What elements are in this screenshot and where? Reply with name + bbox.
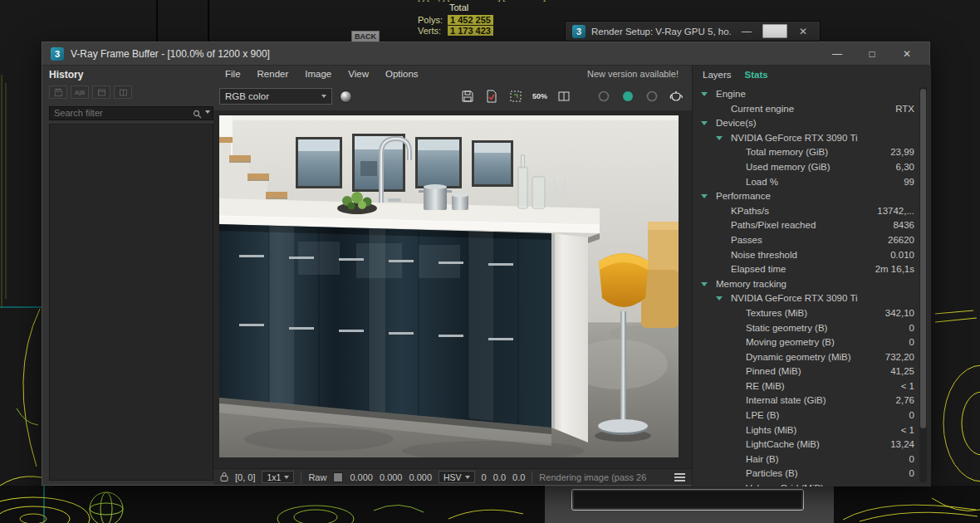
stats-row-label: Used memory (GiB)	[746, 162, 831, 172]
save-history-icon[interactable]	[49, 86, 67, 99]
menu-image[interactable]: Image	[296, 67, 340, 81]
follow-mouse-icon[interactable]	[594, 87, 614, 105]
vfb-titlebar[interactable]: 3 V-Ray Frame Buffer - [100.0% of 1200 x…	[42, 42, 929, 66]
stats-row-value: 0	[909, 321, 914, 336]
stats-scrollbar[interactable]	[919, 87, 927, 482]
set-a-icon[interactable]	[92, 86, 110, 99]
menu-file[interactable]: File	[217, 67, 249, 81]
stats-list-icon[interactable]	[674, 473, 685, 481]
maximize-button[interactable]: □	[858, 45, 886, 63]
vfb-toolbar: RGB color	[213, 82, 692, 110]
search-icon[interactable]	[193, 107, 202, 122]
tree-collapse-arrow-icon[interactable]	[701, 194, 708, 198]
viewport-label[interactable]: [ ] [Top] [User Defined] [Wireframe]	[418, 0, 546, 2]
menu-options[interactable]: Options	[377, 67, 427, 81]
stats-row-label: NVIDIA GeForce RTX 3090 Ti	[731, 293, 858, 303]
vray-app-icon: 3	[572, 25, 586, 38]
vfb-body: History A|B	[42, 66, 929, 485]
desktop: [ ] [Top] [User Defined] [Wireframe] Tot…	[0, 0, 980, 523]
stats-row-label: Hair (B)	[746, 454, 779, 464]
new-version-link[interactable]: New version available!	[587, 69, 679, 79]
region-render-icon[interactable]	[506, 87, 526, 105]
search-input[interactable]	[49, 106, 213, 120]
raw-label: Raw	[308, 472, 326, 482]
tree-collapse-arrow-icon[interactable]	[716, 296, 723, 301]
stats-row-label: Lights (MiB)	[746, 425, 796, 435]
set-b-icon[interactable]	[114, 86, 132, 99]
lock-icon[interactable]	[220, 472, 228, 482]
hsv-value-h: 0	[482, 472, 487, 482]
tab-layers[interactable]: Layers	[703, 70, 732, 80]
stats-row-value: 8436	[893, 218, 914, 233]
tab-stats[interactable]: Stats	[745, 70, 768, 80]
stats-row[interactable]: Device(s)	[693, 116, 931, 131]
vfb-center-area: File Render Image View Options New versi…	[213, 66, 692, 486]
stats-row: Moving geometry (B)0	[693, 335, 931, 350]
compare-ab-icon[interactable]	[554, 87, 574, 105]
vfb-menubar: File Render Image View Options New versi…	[213, 66, 692, 82]
stats-row[interactable]: Memory tracking	[693, 277, 931, 292]
render-status-text: Rendering image (pass 26	[539, 472, 668, 482]
close-button[interactable]: ✕	[893, 45, 921, 63]
minimize-button[interactable]: —	[737, 26, 757, 37]
vfb-window: 3 V-Ray Frame Buffer - [100.0% of 1200 x…	[42, 42, 930, 486]
history-search	[49, 105, 213, 120]
close-button[interactable]: ✕	[793, 26, 813, 37]
stop-render-icon[interactable]	[642, 87, 662, 105]
stats-row[interactable]: NVIDIA GeForce RTX 3090 Ti	[693, 291, 931, 306]
tree-collapse-arrow-icon[interactable]	[701, 121, 708, 125]
zoom-value: 1x1	[267, 472, 281, 482]
stats-row-label: Total memory (GiB)	[746, 147, 828, 157]
display-correction-icon[interactable]	[340, 90, 352, 103]
render-setup-field[interactable]	[571, 489, 804, 511]
ab-compare-icon[interactable]: A|B	[71, 86, 89, 99]
stats-row-label: Particles (B)	[746, 468, 798, 478]
history-list[interactable]	[49, 124, 213, 481]
render-last-teapot-icon[interactable]	[666, 87, 686, 105]
render-setup-window-titlebar[interactable]: 3 Render Setup: V-Ray GPU 5, ho... — ✕	[565, 21, 821, 42]
stats-row-value: < 1	[901, 379, 914, 394]
hsv-label: HSV	[443, 472, 462, 482]
stats-row-value: RTX	[895, 102, 914, 117]
stats-row-value: 0	[909, 335, 914, 350]
channel-select[interactable]: RGB color	[219, 88, 332, 105]
stats-row-label: Static geometry (B)	[746, 323, 827, 333]
tree-collapse-arrow-icon[interactable]	[701, 282, 708, 286]
menu-view[interactable]: View	[340, 67, 377, 81]
chevron-down-icon	[284, 476, 289, 479]
track-mouse-render-icon[interactable]	[618, 87, 638, 105]
save-image-icon[interactable]	[458, 87, 478, 105]
menu-render[interactable]: Render	[249, 67, 297, 81]
rgb-value-b: 0.000	[409, 472, 432, 482]
stats-row-value: 13742,...	[877, 204, 914, 219]
render-canvas[interactable]	[213, 110, 692, 468]
stats-row-value: 2,76	[896, 393, 914, 408]
stats-total-label: Total	[449, 2, 546, 13]
stats-row-value: 23,99	[890, 145, 914, 160]
minimize-button[interactable]: —	[823, 45, 851, 63]
tree-collapse-arrow-icon[interactable]	[701, 92, 708, 96]
rendered-image	[219, 115, 679, 457]
stats-row-label: KPaths/s	[731, 206, 769, 216]
divider	[301, 472, 301, 483]
scrollbar-thumb[interactable]	[920, 89, 926, 428]
stats-row[interactable]: NVIDIA GeForce RTX 3090 Ti	[693, 131, 931, 146]
stats-row: Textures (MiB)342,10	[693, 306, 931, 321]
stats-row-value: 342,10	[885, 306, 914, 321]
viewport-statistics: [ ] [Top] [User Defined] [Wireframe] Tot…	[418, 0, 546, 35]
tree-collapse-arrow-icon[interactable]	[716, 136, 723, 140]
resolution-half-icon[interactable]: 50%	[530, 87, 550, 105]
save-all-channels-icon[interactable]	[482, 87, 502, 105]
verts-value: 1 173 423	[448, 26, 493, 36]
stats-row: Dynamic geometry (MiB)732,20	[693, 350, 931, 365]
stats-row[interactable]: Performance	[693, 189, 931, 204]
stats-row-label: Internal state (GiB)	[746, 395, 826, 405]
stats-row[interactable]: Engine	[693, 87, 931, 102]
maximize-button[interactable]	[762, 24, 787, 38]
hsv-select[interactable]: HSV	[439, 471, 475, 483]
zoom-select[interactable]: 1x1	[262, 471, 294, 483]
toolbar-icon-group: 50%	[458, 87, 686, 105]
search-filter-caret-icon[interactable]	[205, 110, 210, 114]
stats-row-label: Passes	[731, 235, 762, 245]
hsv-value-v: 0.0	[512, 472, 525, 482]
